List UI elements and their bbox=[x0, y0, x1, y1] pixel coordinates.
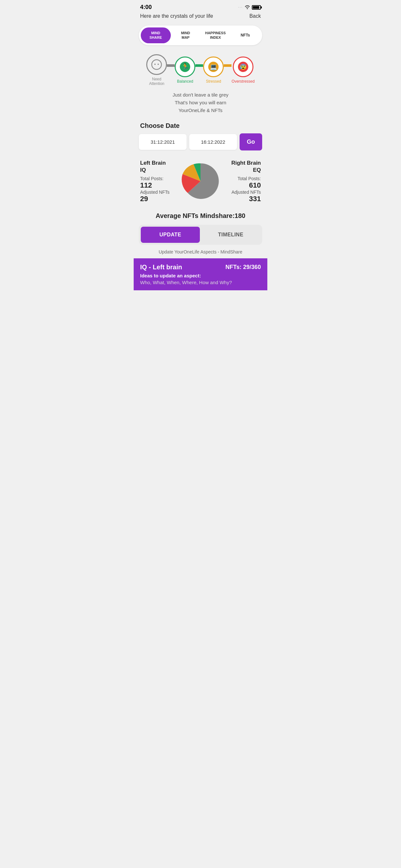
connector-2 bbox=[195, 64, 203, 67]
svg-text:💻: 💻 bbox=[210, 63, 217, 70]
bottom-card-desc: Who, What, When, Where, How and Why? bbox=[140, 280, 261, 285]
timeline-button[interactable]: TIMELINE bbox=[201, 227, 260, 243]
left-brain-posts-value: 112 bbox=[140, 181, 179, 190]
stressed-label: Stressed bbox=[206, 79, 221, 84]
right-brain-title: Right BrainEQ bbox=[222, 159, 261, 174]
tab-bar: MIND SHARE MIND MAP HAPPINESS INDEX NFTs bbox=[139, 26, 262, 45]
avg-nfts-label: Average NFTs Mindshare:180 bbox=[134, 208, 267, 225]
balanced-label: Balanced bbox=[177, 79, 193, 84]
pie-chart bbox=[181, 162, 220, 200]
tab-mind-share[interactable]: MIND SHARE bbox=[141, 27, 171, 43]
toggle-row: UPDATE TIMELINE bbox=[139, 225, 262, 245]
choose-date-label: Choose Date bbox=[134, 120, 267, 133]
tab-mind-map[interactable]: MIND MAP bbox=[171, 27, 201, 43]
bottom-card-header: IQ - Left brain NFTs: 29/360 bbox=[140, 264, 261, 271]
overstressed-label: Overstressed bbox=[232, 79, 254, 84]
bottom-card: IQ - Left brain NFTs: 29/360 Ideas to up… bbox=[134, 258, 267, 290]
need-attention-label: NeedAttention bbox=[149, 77, 164, 86]
node-need-attention: NeedAttention bbox=[146, 54, 167, 86]
right-brain-posts-label: Total Posts: bbox=[222, 176, 261, 181]
bottom-card-nfts: NFTs: 29/360 bbox=[225, 264, 261, 271]
wifi-icon bbox=[245, 5, 250, 10]
svg-text:🏃: 🏃 bbox=[181, 63, 189, 70]
tab-nfts[interactable]: NFTs bbox=[230, 30, 260, 41]
overstressed-circle: 😰 bbox=[233, 57, 253, 77]
right-brain-nfts-value: 331 bbox=[222, 195, 261, 203]
go-button[interactable]: Go bbox=[240, 133, 262, 151]
date-row: 31:12:2021 16:12:2022 Go bbox=[134, 133, 267, 157]
start-date-input[interactable]: 31:12:2021 bbox=[139, 134, 187, 150]
signal-icon: ··· bbox=[238, 5, 243, 9]
right-brain-nfts-label: Adjusted NFTs bbox=[222, 190, 261, 195]
svg-text:😰: 😰 bbox=[240, 63, 247, 70]
bottom-card-title: IQ - Left brain bbox=[140, 264, 182, 271]
status-time: 4:00 bbox=[140, 4, 152, 11]
bottom-card-update-label: Ideas to update an aspect: bbox=[140, 273, 261, 278]
battery-icon bbox=[252, 5, 261, 10]
right-brain: Right BrainEQ Total Posts: 610 Adjusted … bbox=[222, 159, 261, 203]
tab-happiness-index[interactable]: HAPPINESS INDEX bbox=[201, 27, 230, 43]
left-brain-nfts-value: 29 bbox=[140, 195, 179, 203]
left-brain: Left BrainIQ Total Posts: 112 Adjusted N… bbox=[140, 159, 179, 203]
status-icons: ··· bbox=[238, 5, 261, 10]
status-bar: 4:00 ··· bbox=[134, 0, 267, 12]
node-balanced: 🏃 Balanced bbox=[175, 57, 195, 84]
balanced-circle: 🏃 bbox=[175, 57, 195, 77]
left-brain-title: Left BrainIQ bbox=[140, 159, 179, 174]
end-date-input[interactable]: 16:12:2022 bbox=[189, 134, 237, 150]
left-brain-posts-label: Total Posts: bbox=[140, 176, 179, 181]
header-title: Here are the crystals of your life bbox=[140, 13, 213, 19]
node-stressed: 💻 Stressed bbox=[203, 57, 224, 84]
svg-point-2 bbox=[158, 64, 159, 65]
svg-point-1 bbox=[154, 64, 156, 65]
connector-3 bbox=[224, 64, 232, 67]
brain-section: Left BrainIQ Total Posts: 112 Adjusted N… bbox=[134, 157, 267, 208]
need-attention-circle bbox=[146, 54, 167, 75]
connector-1 bbox=[167, 64, 175, 67]
header: Here are the crystals of your life Back bbox=[134, 12, 267, 23]
left-brain-nfts-label: Adjusted NFTs bbox=[140, 190, 179, 195]
svg-point-0 bbox=[152, 60, 161, 69]
stressed-circle: 💻 bbox=[203, 57, 224, 77]
update-subtitle: Update YourOneLife Aspects - MindShare bbox=[134, 247, 267, 258]
status-diagram: NeedAttention 🏃 Balanced 💻 Stressed 😰 bbox=[134, 51, 267, 89]
node-overstressed: 😰 Overstressed bbox=[232, 57, 254, 84]
update-button[interactable]: UPDATE bbox=[141, 227, 200, 243]
subtitle-text: Just don't leave a tile grey That's how … bbox=[134, 89, 267, 120]
right-brain-posts-value: 610 bbox=[222, 181, 261, 190]
back-button[interactable]: Back bbox=[249, 13, 261, 19]
